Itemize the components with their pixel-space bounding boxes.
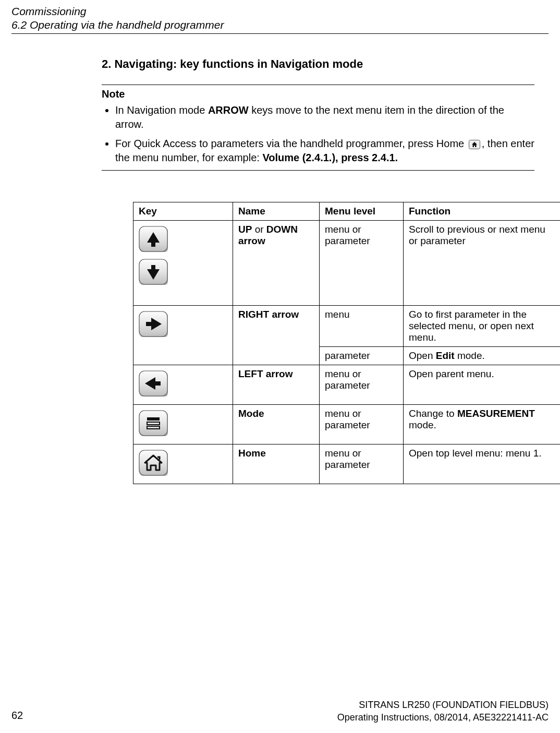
r2b-func-bold: Edit xyxy=(436,350,455,361)
chapter-title: Commissioning xyxy=(11,5,549,18)
table-row: RIGHT arrow menu Go to first parameter i… xyxy=(133,306,561,347)
r4-func-pre: Change to xyxy=(409,408,457,419)
r4-func-bold: MEASUREMENT xyxy=(457,408,535,419)
r5-func: Open top level menu: menu 1. xyxy=(404,444,561,484)
table-row: LEFT arrow menu or parameter Open parent… xyxy=(133,365,561,405)
r5-menu: menu or parameter xyxy=(320,444,404,484)
note-rule-bottom xyxy=(102,170,534,171)
arrow-up-icon xyxy=(139,226,168,252)
r4-menu: menu or parameter xyxy=(320,405,404,444)
r4-name: Mode xyxy=(233,405,320,444)
r2-func: Go to first parameter in the selected me… xyxy=(404,306,561,347)
key-functions-table: Key Name Menu level Function UP or DOWN … xyxy=(133,202,560,484)
home-icon-inline xyxy=(469,140,480,149)
r1-name-mid: or xyxy=(252,224,266,235)
r2-name: RIGHT arrow xyxy=(233,306,320,365)
page-footer: 62 SITRANS LR250 (FOUNDATION FIELDBUS) O… xyxy=(11,699,549,724)
note1-bold: ARROW xyxy=(208,104,249,116)
r2b-menu: parameter xyxy=(320,347,404,365)
r3-name: LEFT arrow xyxy=(233,365,320,405)
running-header: Commissioning 6.2 Operating via the hand… xyxy=(11,5,549,34)
r3-menu: menu or parameter xyxy=(320,365,404,405)
subheading: 2. Navigating: key functions in Navigati… xyxy=(102,57,534,71)
arrow-down-icon xyxy=(139,259,168,285)
arrow-right-icon xyxy=(139,311,168,337)
table-row: Mode menu or parameter Change to MEASURE… xyxy=(133,405,561,444)
note2-bold: Volume (2.4.1.), press 2.4.1. xyxy=(262,152,398,163)
mode-icon xyxy=(139,410,168,436)
page-content: 2. Navigating: key functions in Navigati… xyxy=(102,57,534,484)
note-list: In Navigation mode ARROW keys move to th… xyxy=(102,103,534,165)
table-row: UP or DOWN arrow menu or parameter Scrol… xyxy=(133,221,561,306)
arrow-left-icon xyxy=(139,370,168,396)
r2b-func-post: mode. xyxy=(455,350,485,361)
home-icon xyxy=(139,450,168,476)
table-header-row: Key Name Menu level Function xyxy=(133,202,561,221)
svg-rect-2 xyxy=(147,417,160,420)
note-item-2: For Quick Access to parameters via the h… xyxy=(115,137,534,165)
r1-func: Scroll to previous or next menu or param… xyxy=(404,221,561,306)
r2b-func-pre: Open xyxy=(409,350,436,361)
th-func: Function xyxy=(404,202,561,221)
header-rule xyxy=(11,33,549,34)
th-key: Key xyxy=(133,202,233,221)
page-number: 62 xyxy=(11,710,23,722)
r4-func-post: mode. xyxy=(409,419,436,430)
th-menu: Menu level xyxy=(320,202,404,221)
section-title: 6.2 Operating via the handheld programme… xyxy=(11,19,549,31)
th-name: Name xyxy=(233,202,320,221)
note1-pre: In Navigation mode xyxy=(115,104,208,116)
r1-menu: menu or parameter xyxy=(320,221,404,306)
note2-pre: For Quick Access to parameters via the h… xyxy=(115,138,467,149)
note-rule-top xyxy=(102,85,534,85)
note-item-1: In Navigation mode ARROW keys move to th… xyxy=(115,103,534,131)
r2-menu: menu xyxy=(320,306,404,347)
r5-name: Home xyxy=(233,444,320,484)
table-row: Home menu or parameter Open top level me… xyxy=(133,444,561,484)
r3-func: Open parent menu. xyxy=(404,365,561,405)
footer-docline: Operating Instructions, 08/2014, A5E3222… xyxy=(11,712,549,724)
footer-product: SITRANS LR250 (FOUNDATION FIELDBUS) xyxy=(11,699,549,711)
r1-name-a: UP xyxy=(238,224,252,235)
note-label: Note xyxy=(102,88,534,100)
